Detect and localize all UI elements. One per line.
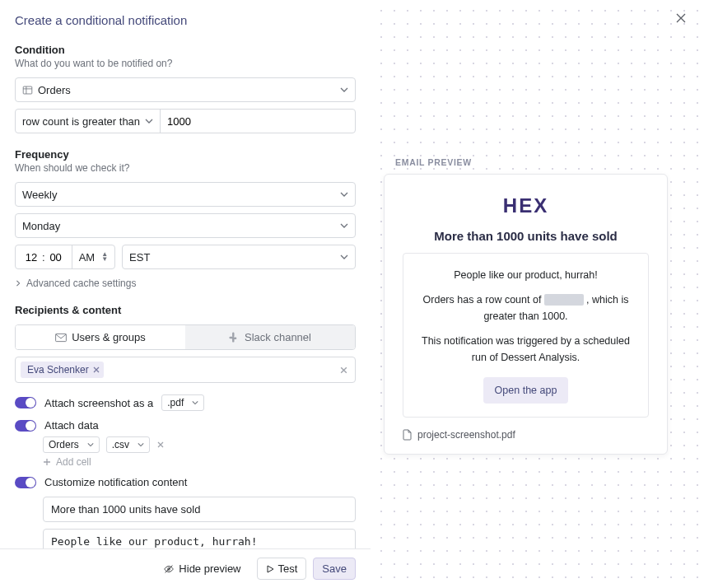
customize-content-toggle[interactable] [15, 477, 36, 488]
tab-users-label: Users & groups [72, 331, 146, 343]
svg-rect-3 [56, 334, 67, 341]
time-ampm-label: AM [79, 251, 96, 264]
open-app-button[interactable]: Open the app [483, 377, 569, 404]
attach-data-source-select[interactable]: Orders [43, 436, 100, 453]
tab-users-groups[interactable]: Users & groups [16, 325, 185, 349]
preview-attachment: project-screenshot.pdf [403, 429, 649, 441]
time-ampm-select[interactable]: AM ▲▼ [72, 245, 114, 268]
time-minute-input[interactable] [47, 251, 65, 264]
time-colon: : [40, 251, 47, 264]
email-preview-label: EMAIL PREVIEW [395, 157, 691, 167]
attach-data-format-select[interactable]: .csv [106, 436, 150, 453]
condition-heading: Condition [15, 44, 356, 56]
modal-title: Create a conditional notification [15, 13, 356, 27]
preview-line-1: People like our product, hurrah! [418, 267, 633, 283]
preview-attachment-name: project-screenshot.pdf [417, 429, 515, 441]
condition-source-label: Orders [38, 84, 71, 96]
preview-line-3: This notification was triggered by a sch… [418, 333, 633, 366]
attach-screenshot-toggle[interactable] [15, 397, 36, 408]
condition-source-select[interactable]: Orders [15, 77, 356, 102]
redacted-value: XXXXX [544, 294, 584, 306]
condition-operator-label: row count is greater than [22, 115, 140, 128]
plus-icon [43, 458, 51, 466]
chevron-right-icon [15, 280, 21, 287]
screenshot-format-label: .pdf [167, 397, 184, 408]
svg-rect-0 [23, 86, 32, 94]
preview-body-box: People like our product, hurrah! Orders … [403, 253, 649, 418]
save-button-label: Save [322, 562, 347, 575]
frequency-heading: Frequency [15, 148, 356, 161]
remove-attach-data-button[interactable] [156, 441, 165, 449]
save-button[interactable]: Save [313, 558, 356, 580]
recipients-input[interactable]: Eva Schenker [15, 357, 356, 383]
hex-logo: HEX [403, 194, 649, 217]
chevron-down-icon [340, 86, 348, 94]
frequency-interval-label: Weekly [22, 189, 57, 201]
close-icon [339, 366, 348, 375]
frequency-day-select[interactable]: Monday [15, 213, 356, 238]
file-icon [403, 429, 413, 441]
preview-line-2a: Orders has a row count of [423, 294, 544, 306]
frequency-sub: When should we check it? [15, 162, 356, 174]
hide-preview-label: Hide preview [179, 562, 240, 575]
mail-icon [55, 333, 67, 343]
recipients-heading: Recipients & content [15, 304, 356, 316]
email-preview-card: HEX More than 1000 units have sold Peopl… [384, 174, 668, 455]
add-cell-button[interactable]: Add cell [43, 456, 356, 468]
close-icon [156, 441, 165, 449]
hide-preview-button[interactable]: Hide preview [154, 558, 249, 580]
clear-input-button[interactable] [339, 366, 350, 375]
tab-slack-channel[interactable]: Slack channel [185, 325, 355, 349]
notification-title-input[interactable] [43, 497, 356, 522]
test-button[interactable]: Test [257, 558, 307, 580]
recipient-chip[interactable]: Eva Schenker [21, 362, 104, 378]
eye-off-icon [163, 563, 175, 575]
updown-icon: ▲▼ [101, 252, 108, 262]
chevron-down-icon [340, 190, 348, 198]
screenshot-format-select[interactable]: .pdf [161, 394, 204, 411]
preview-title: More than 1000 units have sold [403, 229, 649, 243]
close-icon[interactable] [92, 366, 100, 374]
chevron-down-icon [145, 117, 153, 125]
slack-icon [229, 332, 240, 343]
preview-line-2: Orders has a row count of XXXXX , which … [418, 292, 633, 324]
condition-sub: What do you want to be notified on? [15, 58, 356, 69]
attach-data-source-label: Orders [49, 439, 79, 450]
condition-operator-select[interactable]: row count is greater than [16, 110, 160, 133]
advanced-cache-label: Advanced cache settings [26, 278, 136, 289]
close-modal-button[interactable] [674, 12, 689, 26]
frequency-day-label: Monday [22, 220, 60, 232]
chevron-down-icon [138, 441, 144, 448]
tab-slack-label: Slack channel [245, 331, 311, 343]
table-icon [22, 85, 33, 96]
attach-data-label: Attach data [44, 419, 99, 432]
advanced-cache-link[interactable]: Advanced cache settings [15, 278, 356, 289]
timezone-select[interactable]: EST [122, 245, 356, 269]
close-icon [674, 12, 688, 25]
attach-data-format-label: .csv [112, 439, 129, 450]
chevron-down-icon [87, 441, 94, 448]
chevron-down-icon [340, 253, 348, 261]
chevron-down-icon [192, 399, 198, 406]
timezone-label: EST [129, 251, 150, 264]
add-cell-label: Add cell [56, 456, 91, 468]
chevron-down-icon [340, 222, 348, 230]
customize-content-label: Customize notification content [44, 476, 187, 488]
recipient-chip-label: Eva Schenker [27, 364, 89, 376]
play-icon [266, 565, 274, 573]
condition-value-input[interactable] [167, 115, 217, 128]
attach-screenshot-label: Attach screenshot as a [44, 397, 153, 409]
attach-data-toggle[interactable] [15, 420, 36, 432]
frequency-interval-select[interactable]: Weekly [15, 182, 356, 207]
test-button-label: Test [278, 562, 298, 575]
time-hour-input[interactable] [22, 251, 40, 264]
